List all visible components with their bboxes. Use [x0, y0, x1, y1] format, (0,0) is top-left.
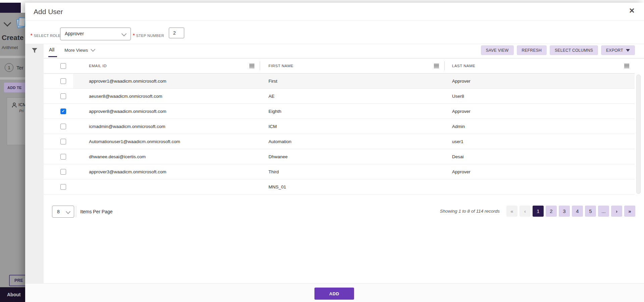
items-per-page-label: Items Per Page: [80, 209, 113, 214]
add-button[interactable]: ADD: [314, 288, 354, 300]
column-header-first-name: FIRST NAME: [268, 64, 293, 68]
grid-toolbar: All More Views SAVE VIEW REFRESH SELECT …: [44, 44, 644, 58]
row-checkbox[interactable]: [60, 78, 66, 84]
row-checkbox[interactable]: [60, 124, 66, 129]
team-member-card: ICM Pri: [7, 97, 25, 145]
step-label: Ter: [16, 65, 23, 71]
pagination-summary: Showing 1 to 8 of 114 records: [440, 209, 500, 214]
table-row[interactable]: approver8@waadicm.onmicrosoft.com Eighth…: [44, 104, 635, 119]
step-indicator: 1 Ter: [5, 63, 23, 72]
chevron-down-icon: [91, 47, 95, 52]
divider: [76, 206, 76, 217]
divider: [0, 56, 25, 58]
column-menu-icon[interactable]: [249, 64, 254, 68]
card-subtitle: Pri: [19, 109, 23, 113]
table-row[interactable]: approver3@waadicm.onmicrosoft.com Third …: [44, 164, 635, 179]
user-icon: [12, 102, 17, 108]
chevron-down-icon: [66, 209, 70, 214]
chevron-down-icon: [4, 19, 11, 27]
more-views-dropdown[interactable]: More Views: [64, 48, 95, 53]
chevron-down-icon: [121, 31, 127, 37]
select-role-label: *SELECT ROLE: [31, 32, 60, 38]
table-row[interactable]: aeuser8@waadicm.onmicrosoft.com AE User8: [44, 89, 635, 104]
page-size-value: 8: [57, 209, 60, 214]
required-marker: *: [31, 33, 32, 38]
pagination: Showing 1 to 8 of 114 records « ‹ 1 2 3 …: [440, 206, 635, 217]
export-button[interactable]: EXPORT: [601, 45, 635, 55]
save-view-button[interactable]: SAVE VIEW: [481, 45, 514, 55]
column-menu-icon[interactable]: [434, 64, 439, 68]
add-team-button[interactable]: ADD TE: [4, 83, 25, 92]
table-row[interactable]: MNS_01: [44, 179, 635, 195]
refresh-button[interactable]: REFRESH: [517, 45, 547, 55]
row-checkbox[interactable]: [60, 169, 66, 175]
filter-rail: [25, 44, 44, 283]
row-checkbox-checked[interactable]: [60, 109, 66, 114]
next-page-button[interactable]: ›: [611, 206, 622, 217]
page-button-5[interactable]: 5: [585, 206, 596, 217]
role-select-value: Approver: [65, 31, 84, 36]
users-table: EMAIL ID FIRST NAME LAST NAME approver1@…: [44, 58, 635, 195]
table-row[interactable]: dhwanee.desai@icertis.com Dhwanee Desai: [44, 149, 635, 164]
row-checkbox[interactable]: [60, 93, 66, 99]
active-tab-underline: [48, 56, 57, 57]
table-scrollbar[interactable]: [636, 75, 641, 194]
table-row[interactable]: icmadmin@waadicm.onmicrosoft.com ICM Adm…: [44, 119, 635, 134]
caret-down-icon: [626, 49, 630, 52]
page-button-4[interactable]: 4: [572, 206, 583, 217]
previous-page-button[interactable]: ‹: [519, 206, 531, 217]
filter-icon[interactable]: [32, 48, 38, 53]
first-page-button[interactable]: «: [506, 206, 517, 217]
page-size-select[interactable]: 8: [52, 206, 74, 218]
pages-icon: [17, 17, 24, 27]
about-link[interactable]: About: [0, 287, 25, 302]
app-header-bar: [0, 3, 21, 13]
page-size-control: 8 Items Per Page: [52, 206, 113, 218]
select-columns-button[interactable]: SELECT COLUMNS: [550, 45, 598, 55]
modal-header: Add User ✕: [25, 3, 644, 21]
step-number-badge: 1: [5, 63, 13, 72]
close-icon[interactable]: ✕: [629, 7, 635, 15]
role-select[interactable]: Approver: [60, 28, 131, 40]
step-number-input[interactable]: [169, 28, 184, 38]
page-button-2[interactable]: 2: [546, 206, 557, 217]
column-header-email: EMAIL ID: [89, 64, 107, 68]
add-user-modal: Add User ✕ *SELECT ROLE Approver *STEP N…: [25, 3, 644, 302]
previous-button[interactable]: PRE: [9, 275, 25, 286]
table-row[interactable]: approver1@waadicm.onmicrosoft.com First …: [44, 74, 635, 89]
divider: [0, 77, 25, 80]
background-panel: Create Arithmet 1 Ter ADD TE ICM Pri: [0, 13, 25, 287]
modal-title: Add User: [34, 8, 63, 16]
page-title: Create: [2, 34, 23, 42]
row-checkbox[interactable]: [60, 139, 66, 144]
table-header-row: EMAIL ID FIRST NAME LAST NAME: [44, 58, 635, 74]
column-menu-icon[interactable]: [624, 64, 629, 68]
required-marker: *: [133, 33, 135, 38]
row-checkbox[interactable]: [60, 184, 66, 190]
background-app: Create Arithmet 1 Ter ADD TE ICM Pri PRE…: [0, 0, 25, 302]
page-button-1[interactable]: 1: [533, 206, 544, 217]
page-ellipsis-button[interactable]: ...: [598, 206, 609, 217]
step-number-label: *STEP NUMBER: [133, 32, 164, 38]
modal-footer: ADD: [25, 283, 644, 302]
column-header-last-name: LAST NAME: [452, 64, 475, 68]
select-all-checkbox[interactable]: [60, 63, 66, 69]
row-checkbox[interactable]: [60, 154, 66, 160]
screen: Create Arithmet 1 Ter ADD TE ICM Pri PRE…: [0, 0, 644, 302]
last-page-button[interactable]: »: [624, 206, 635, 217]
page-subtitle: Arithmet: [2, 45, 18, 50]
table-row[interactable]: Automationuser1@waadicm.onmicrosoft.com …: [44, 134, 635, 149]
page-button-3[interactable]: 3: [559, 206, 570, 217]
card-title: ICM: [18, 102, 25, 107]
tab-all[interactable]: All: [49, 47, 54, 52]
grid-actions: SAVE VIEW REFRESH SELECT COLUMNS EXPORT: [481, 45, 635, 55]
